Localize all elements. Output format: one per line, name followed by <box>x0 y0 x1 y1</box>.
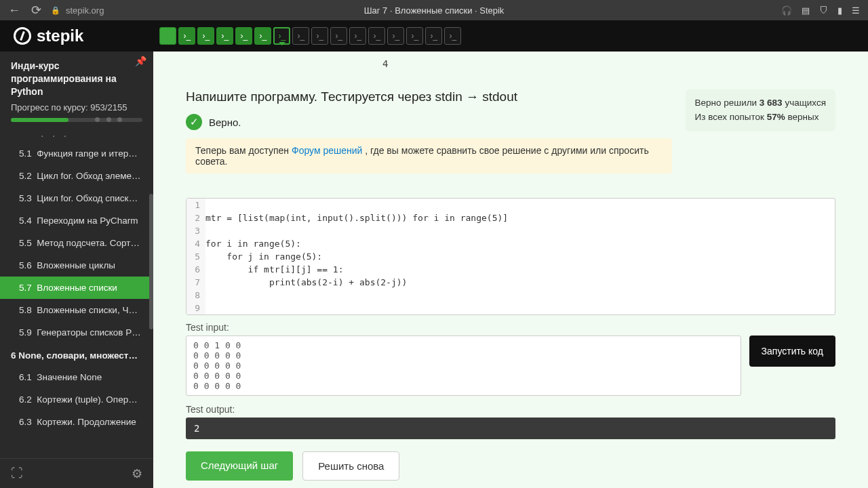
test-input-label: Test input: <box>186 322 835 333</box>
step-10[interactable]: ›_ <box>330 27 347 45</box>
progress-value: 953/2155 <box>90 102 127 113</box>
lesson-5-6[interactable]: 5.6 Вложенные циклы <box>0 254 153 277</box>
step-6[interactable]: ›_ <box>254 27 271 45</box>
code-line: 8 <box>186 289 835 302</box>
back-icon[interactable]: ← <box>8 3 20 18</box>
tab-title: Шаг 7 · Вложенные списки · Stepik <box>364 5 505 16</box>
test-output-box: 2 <box>186 418 835 439</box>
lesson-5-3[interactable]: 5.3 Цикл for. Обход списко… <box>0 187 153 209</box>
verdict-text: Верно. <box>209 117 241 128</box>
main-content: 4 Напишите программу. Тестируется через … <box>153 52 868 488</box>
step-13[interactable]: ›_ <box>387 27 404 45</box>
step-1[interactable] <box>159 27 176 45</box>
test-output-label: Test output: <box>186 404 835 415</box>
code-line: 9 <box>186 302 835 314</box>
progress-bar <box>11 118 142 122</box>
steps-bar: ›_ ›_ ›_ ›_ ›_ ›_ ›_ ›_ ›_ ›_ ›_ ›_ ›_ ›… <box>159 27 461 45</box>
code-line: 7 print(abs(2-i) + abs(2-j)) <box>186 276 835 289</box>
step-16[interactable]: ›_ <box>444 27 461 45</box>
headphones-icon[interactable]: 🎧 <box>781 5 792 16</box>
forum-link[interactable]: Форум решений <box>292 145 362 156</box>
check-icon: ✓ <box>186 114 202 130</box>
lesson-6-3[interactable]: 6.3 Кортежи. Продолжение <box>0 411 153 433</box>
step-7-current[interactable]: ›_ <box>273 27 290 45</box>
lesson-5-1[interactable]: 5.1 Функция range и итери… <box>0 142 153 165</box>
code-editor[interactable]: 12mtr = [list(map(int, input().split()))… <box>186 198 835 315</box>
lesson-6-1[interactable]: 6.1 Значение None <box>0 366 153 388</box>
tiny-output-num: 4 <box>382 58 388 69</box>
test-input-box[interactable]: 0 0 1 0 0 0 0 0 0 0 0 0 0 0 0 0 0 0 0 0 … <box>186 336 741 396</box>
code-line: 3 <box>186 224 835 237</box>
next-step-button[interactable]: Следующий шаг <box>186 451 293 481</box>
code-line: 6 if mtr[i][j] == 1: <box>186 263 835 276</box>
lock-icon: 🔒 <box>51 6 60 15</box>
progress-label: Прогресс по курсу: <box>11 102 88 113</box>
stats-box: Верно решили 3 683 учащихся Из всех попы… <box>686 89 835 131</box>
lesson-5-8[interactable]: 5.8 Вложенные списки, Ча… <box>0 299 153 321</box>
step-12[interactable]: ›_ <box>368 27 385 45</box>
browser-chrome: ← ⟳ 🔒 stepik.org Шаг 7 · Вложенные списк… <box>0 0 868 20</box>
sidebar: 📌 Инди-курс программирования на Python П… <box>0 52 153 488</box>
forum-notice: Теперь вам доступен Форум решений , где … <box>186 138 672 174</box>
task-title: Напишите программу. Тестируется через st… <box>186 89 672 104</box>
code-line: 1 <box>186 199 835 211</box>
step-14[interactable]: ›_ <box>406 27 423 45</box>
solve-again-button[interactable]: Решить снова <box>302 451 399 481</box>
step-11[interactable]: ›_ <box>349 27 366 45</box>
lesson-list: 5.1 Функция range и итери… 5.2 Цикл for.… <box>0 142 153 458</box>
lesson-5-2[interactable]: 5.2 Цикл for. Обход элемен… <box>0 165 153 187</box>
url-host: stepik.org <box>66 5 104 16</box>
profile-icon[interactable]: ☰ <box>852 5 860 16</box>
step-15[interactable]: ›_ <box>425 27 442 45</box>
reload-icon[interactable]: ⟳ <box>31 3 41 18</box>
section-6-head[interactable]: 6 None, словари, множест… <box>0 344 153 366</box>
code-line: 5 for j in range(5): <box>186 250 835 263</box>
step-2[interactable]: ›_ <box>178 27 195 45</box>
course-title: Инди-курс программирования на Python <box>11 60 142 98</box>
bookmark-icon[interactable]: ▮ <box>837 5 842 16</box>
library-icon[interactable]: ▤ <box>802 5 810 16</box>
lesson-5-4[interactable]: 5.4 Переходим на PyCharm <box>0 209 153 232</box>
shield-icon[interactable]: ⛉ <box>819 5 828 16</box>
logo-text: stepik <box>37 26 83 45</box>
stepik-logo[interactable]: stepik <box>14 26 83 45</box>
logo-icon <box>14 27 31 45</box>
url-bar[interactable]: 🔒 stepik.org <box>51 5 104 16</box>
lesson-5-5[interactable]: 5.5 Метод подсчета. Сорти… <box>0 232 153 254</box>
app-header: stepik ›_ ›_ ›_ ›_ ›_ ›_ ›_ ›_ ›_ ›_ ›_ … <box>0 20 868 52</box>
code-line: 4for i in range(5): <box>186 237 835 250</box>
step-5[interactable]: ›_ <box>235 27 252 45</box>
step-8[interactable]: ›_ <box>292 27 309 45</box>
lesson-5-7-active[interactable]: 5.7 Вложенные списки <box>0 277 153 299</box>
step-3[interactable]: ›_ <box>197 27 214 45</box>
gear-icon[interactable]: ⚙ <box>132 466 142 481</box>
step-4[interactable]: ›_ <box>216 27 233 45</box>
lesson-6-2[interactable]: 6.2 Кортежи (tuple). Опера… <box>0 388 153 411</box>
lesson-5-9[interactable]: 5.9 Генераторы списков P… <box>0 321 153 344</box>
run-code-button[interactable]: Запустить код <box>749 336 835 367</box>
pin-icon[interactable]: 📌 <box>135 56 146 66</box>
code-line: 2mtr = [list(map(int, input().split())) … <box>186 211 835 224</box>
step-9[interactable]: ›_ <box>311 27 328 45</box>
fullscreen-icon[interactable]: ⛶ <box>11 466 23 481</box>
